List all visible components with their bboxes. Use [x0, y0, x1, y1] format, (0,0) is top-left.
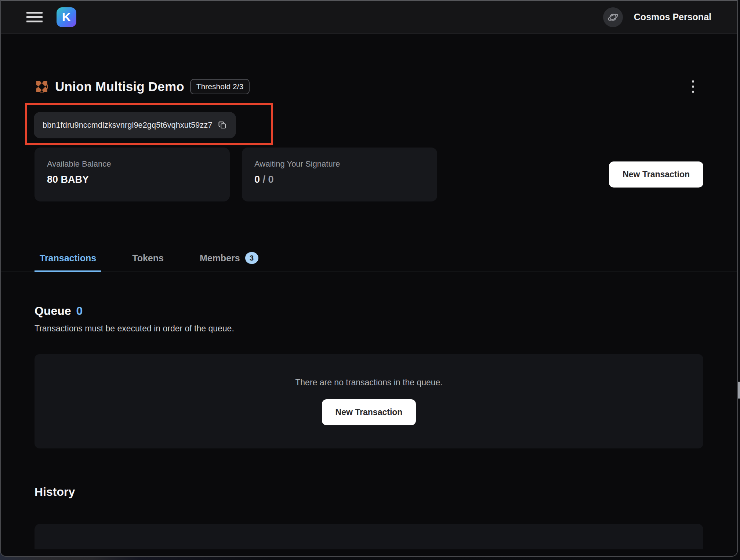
page-title: Union Multisig Demo	[55, 79, 184, 94]
multisig-header: Union Multisig Demo Threshold 2/3	[35, 78, 703, 95]
planet-icon	[607, 11, 619, 23]
awaiting-signature-card: Awaiting Your Signature 0 / 0	[242, 148, 437, 201]
hamburger-menu-icon[interactable]	[26, 10, 43, 25]
tab-transactions[interactable]: Transactions	[35, 247, 101, 272]
top-bar: K Cosmos Personal	[1, 1, 737, 34]
keplr-logo-letter: K	[62, 10, 71, 24]
queue-header: Queue 0	[35, 304, 703, 318]
history-title: History	[35, 485, 703, 499]
available-balance-label: Available Balance	[47, 159, 217, 169]
highlight-box: bbn1fdru9nccmdlzksvnrgl9e2gq5t6vqhxut59z…	[25, 103, 273, 145]
tab-members-label: Members	[200, 253, 240, 263]
tab-tokens-label: Tokens	[132, 253, 164, 263]
main-content: Union Multisig Demo Threshold 2/3 bbn1fd…	[1, 78, 737, 549]
kebab-menu-icon[interactable]	[686, 79, 700, 95]
background-window-sliver	[738, 382, 740, 399]
tab-bar: Transactions Tokens Members 3	[35, 247, 703, 272]
address-chip[interactable]: bbn1fdru9nccmdlzksvnrgl9e2gq5t6vqhxut59z…	[34, 112, 236, 138]
keplr-logo[interactable]: K	[57, 7, 76, 27]
multisig-address: bbn1fdru9nccmdlzksvnrgl9e2gq5t6vqhxut59z…	[43, 121, 213, 130]
awaiting-signed-count: 0	[254, 174, 260, 185]
account-name[interactable]: Cosmos Personal	[634, 12, 711, 22]
queue-subtitle: Transactions must be executed in order o…	[35, 324, 703, 334]
union-icon	[35, 79, 49, 94]
available-balance-card: Available Balance 80 BABY	[35, 148, 230, 201]
account-avatar[interactable]	[603, 7, 623, 27]
new-transaction-button[interactable]: New Transaction	[609, 161, 703, 188]
queue-title: Queue	[35, 304, 71, 318]
awaiting-signature-label: Awaiting Your Signature	[254, 159, 425, 169]
members-count-badge: 3	[245, 252, 258, 264]
threshold-badge: Threshold 2/3	[190, 79, 250, 94]
tab-tokens[interactable]: Tokens	[127, 247, 169, 272]
app-window: K Cosmos Personal Union Multisig D	[0, 0, 738, 557]
queue-empty-state: There are no transactions in the queue. …	[35, 354, 703, 448]
available-balance-value: 80 BABY	[47, 174, 217, 185]
tab-members[interactable]: Members 3	[195, 247, 264, 272]
history-card	[35, 524, 703, 549]
awaiting-total-count: / 0	[260, 174, 274, 185]
stats-row: Available Balance 80 BABY Awaiting Your …	[35, 148, 703, 201]
queue-new-transaction-button[interactable]: New Transaction	[322, 399, 416, 425]
copy-icon[interactable]	[218, 120, 227, 130]
awaiting-signature-value: 0 / 0	[254, 174, 425, 185]
tabs-divider	[1, 272, 737, 272]
queue-count: 0	[76, 304, 83, 318]
tab-transactions-label: Transactions	[40, 253, 96, 263]
queue-empty-message: There are no transactions in the queue.	[295, 378, 442, 388]
